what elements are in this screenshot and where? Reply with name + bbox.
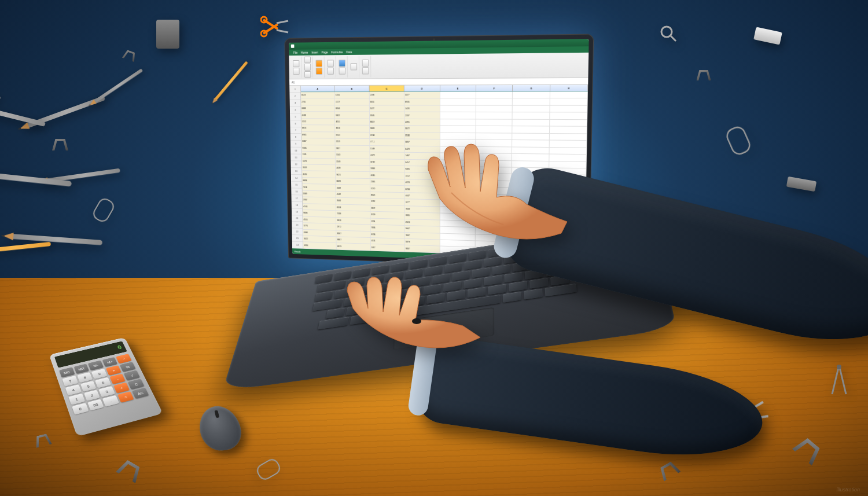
ribbon: [289, 52, 589, 79]
tab: Formulas: [331, 50, 343, 53]
formula-bar: A1: [289, 78, 588, 85]
tab: Home: [301, 50, 308, 54]
pen-icon: [94, 68, 143, 102]
compass-icon: [827, 362, 851, 397]
pencil-icon: [215, 61, 248, 100]
calc-key: 0: [72, 403, 89, 415]
tab: Data: [346, 50, 352, 53]
calc-key: AC: [132, 388, 149, 399]
svg-point-2: [661, 27, 672, 37]
pencil-icon: [0, 68, 1, 100]
svg-point-6: [837, 365, 841, 369]
tab: File: [293, 50, 298, 54]
app-icon: [291, 44, 295, 47]
calc-key: .: [102, 395, 119, 407]
paperclip-icon: [724, 124, 753, 157]
calc-key: 00: [87, 399, 104, 411]
caption: illustration: [836, 487, 860, 493]
binder-clip-icon: [52, 139, 68, 150]
binder-clip-icon: [696, 70, 711, 80]
scissors-icon: [260, 15, 289, 38]
usb-icon: [786, 176, 816, 191]
paperclip-icon: [91, 196, 116, 224]
calc-key: =: [117, 391, 134, 403]
pencil-icon: [0, 242, 51, 253]
status-text: Ready: [295, 249, 301, 252]
tab: Page: [322, 50, 328, 54]
column-headers: A B C D E F G H: [301, 84, 588, 92]
calculator-icon: [156, 20, 179, 49]
illustration-scene: File Home Insert Page Formulas Data: [0, 0, 868, 496]
binder-clip-icon: [122, 49, 138, 62]
svg-line-3: [671, 36, 676, 41]
eraser-icon: [753, 27, 782, 45]
cell-ref: A1: [292, 80, 295, 84]
pen-icon: [13, 234, 102, 245]
magnifier-icon: [660, 25, 677, 42]
tab: Insert: [311, 50, 318, 54]
